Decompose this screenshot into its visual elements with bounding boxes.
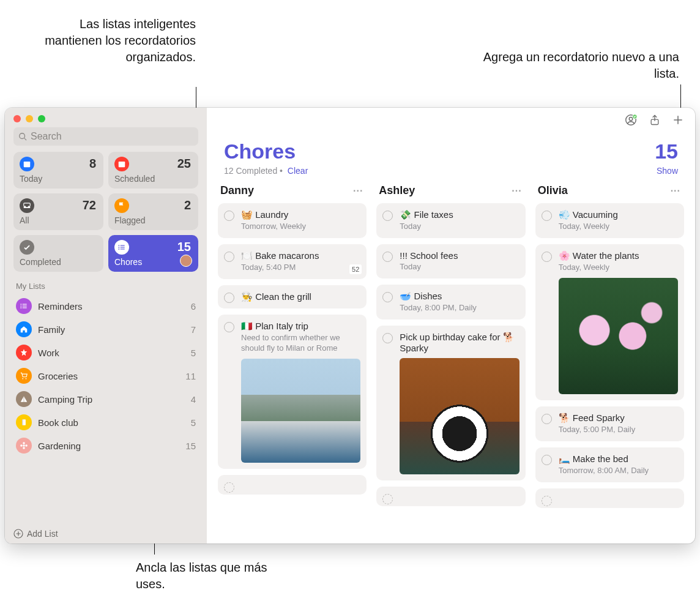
reminder-subtitle: Today	[400, 222, 519, 232]
plus-icon	[672, 114, 684, 126]
svg-point-15	[20, 304, 21, 305]
share-icon	[649, 114, 661, 126]
list-row[interactable]: Work 5	[10, 341, 202, 364]
list-row[interactable]: Gardening 15	[10, 434, 202, 457]
reminder-image	[559, 278, 678, 394]
clear-completed-button[interactable]: Clear	[288, 166, 308, 176]
complete-checkbox[interactable]	[382, 292, 393, 302]
smart-list-scheduled[interactable]: 25 Scheduled	[108, 152, 198, 189]
check-icon	[20, 240, 34, 255]
list-row[interactable]: Family 7	[10, 318, 202, 341]
my-lists-header: My Lists	[5, 278, 207, 294]
column-more-button[interactable]: ···	[353, 185, 363, 196]
reminder-subtitle: Today, 8:00 PM, Daily	[400, 303, 519, 313]
svg-point-10	[118, 247, 119, 248]
reminder-title: 🧺 Laundry	[241, 209, 360, 220]
list-icon	[114, 240, 129, 255]
show-completed-button[interactable]: Show	[657, 166, 678, 176]
smart-list-today[interactable]: 8 Today	[13, 152, 103, 189]
star-icon	[16, 345, 32, 361]
reminder-card[interactable]: 💨 Vacuuming Today, Weekly	[535, 203, 684, 238]
annotation-smart-lists: Las listas inteligentes mantienen los re…	[37, 16, 196, 65]
smart-list-all[interactable]: 72 All	[13, 193, 103, 230]
reminder-card[interactable]: 👨‍🍳 Clean the grill	[218, 285, 367, 308]
reminder-card[interactable]: 🌸 Water the plants Today, Weekly	[535, 244, 684, 400]
calendar-icon	[20, 157, 34, 171]
new-reminder-placeholder[interactable]	[535, 488, 684, 508]
plus-circle-icon	[13, 529, 23, 539]
add-list-button[interactable]: Add List	[5, 524, 207, 544]
reminder-card[interactable]: 🥣 Dishes Today, 8:00 PM, Daily	[376, 285, 525, 319]
column-more-button[interactable]: ···	[671, 185, 680, 196]
reminder-card[interactable]: !!! School fees Today	[376, 244, 525, 278]
list-row[interactable]: Book club 5	[10, 411, 202, 434]
toolbar	[207, 108, 695, 131]
board-column: Olivia··· 💨 Vacuuming Today, Weekly 🌸 Wa…	[535, 182, 684, 544]
reminder-title: Pick up birthday cake for 🐕 Sparky	[400, 332, 519, 353]
reminder-subtitle: Today	[400, 262, 519, 272]
reminder-card[interactable]: 🇮🇹 Plan Italy trip Need to confirm wheth…	[218, 315, 367, 469]
svg-point-18	[22, 378, 23, 379]
list-name: Groceries	[38, 371, 179, 381]
add-list-label: Add List	[27, 529, 58, 539]
reminder-card[interactable]: 🍽️ Bake macarons Today, 5:40 PM 52	[218, 244, 367, 279]
complete-checkbox[interactable]	[542, 252, 552, 262]
complete-checkbox[interactable]	[542, 414, 552, 424]
sidebar: Search 8 Today 25 Scheduled 72 All 2 Fla…	[5, 108, 207, 544]
complete-checkbox[interactable]	[224, 252, 234, 262]
new-reminder-placeholder[interactable]	[376, 487, 525, 506]
reminder-card[interactable]: Pick up birthday cake for 🐕 Sparky	[376, 326, 525, 480]
complete-checkbox[interactable]	[224, 293, 234, 303]
reminder-card[interactable]: 🐕 Feed Sparky Today, 5:00 PM, Daily	[535, 406, 684, 441]
list-count: 11	[185, 371, 196, 381]
complete-checkbox[interactable]	[382, 211, 393, 221]
reminder-badge: 52	[349, 264, 362, 274]
complete-checkbox	[542, 496, 552, 506]
smart-list-flagged[interactable]: 2 Flagged	[108, 193, 198, 230]
my-lists: Reminders 6 Family 7 Work 5 Groceries 11…	[5, 294, 207, 457]
svg-point-11	[118, 248, 119, 250]
list-row[interactable]: Camping Trip 4	[10, 387, 202, 411]
flag-icon	[114, 198, 129, 213]
smart-list-chores[interactable]: 15 Chores	[108, 235, 198, 272]
search-placeholder: Search	[31, 131, 62, 142]
new-reminder-placeholder[interactable]	[218, 475, 367, 495]
list-name: Camping Trip	[38, 394, 185, 405]
zoom-window-button[interactable]	[38, 115, 45, 122]
complete-checkbox[interactable]	[382, 252, 393, 262]
reminder-subtitle: Today, 5:40 PM	[241, 263, 360, 273]
reminder-card[interactable]: 🧺 Laundry Tomorrow, Weekly	[218, 203, 367, 238]
house-icon	[16, 321, 32, 337]
reminder-card[interactable]: 💸 File taxes Today	[376, 203, 525, 238]
smart-list-completed[interactable]: Completed	[13, 235, 103, 272]
list-name: Reminders	[38, 301, 185, 312]
reminder-title: 🥣 Dishes	[400, 291, 519, 302]
minimize-window-button[interactable]	[26, 115, 33, 122]
complete-checkbox[interactable]	[224, 211, 234, 221]
list-row[interactable]: Reminders 6	[10, 294, 202, 318]
complete-checkbox	[224, 482, 234, 493]
list-name: Family	[38, 324, 185, 335]
reminder-card[interactable]: 🛏️ Make the bed Tomorrow, 8:00 AM, Daily	[535, 447, 684, 482]
list-row[interactable]: Groceries 11	[10, 364, 202, 387]
tent-icon	[16, 391, 32, 407]
share-button[interactable]	[649, 114, 661, 129]
list-count: 5	[191, 417, 196, 428]
board-columns: Danny··· 🧺 Laundry Tomorrow, Weekly 🍽️ B…	[207, 182, 695, 544]
svg-point-16	[20, 305, 21, 307]
column-more-button[interactable]: ···	[512, 185, 521, 196]
reminder-title: 💸 File taxes	[400, 209, 519, 220]
search-input[interactable]: Search	[13, 127, 198, 146]
reminder-title: 💨 Vacuuming	[559, 209, 678, 220]
smart-lists-grid: 8 Today 25 Scheduled 72 All 2 Flagged Co…	[5, 152, 207, 278]
complete-checkbox[interactable]	[542, 455, 552, 465]
add-reminder-button[interactable]	[672, 114, 684, 129]
smart-list-label: All	[20, 215, 97, 225]
complete-checkbox[interactable]	[224, 322, 234, 332]
close-window-button[interactable]	[13, 115, 21, 122]
collaborate-button[interactable]	[624, 113, 638, 129]
reminder-title: 🌸 Water the plants	[559, 250, 678, 261]
complete-checkbox[interactable]	[542, 211, 552, 221]
complete-checkbox[interactable]	[382, 333, 393, 343]
smart-list-count: 8	[89, 157, 96, 171]
